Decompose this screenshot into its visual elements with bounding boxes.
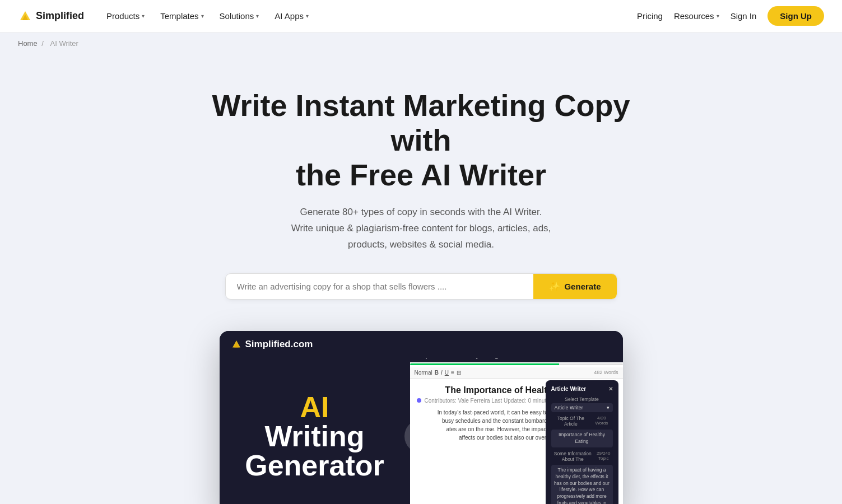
video-left-panel: AI Writing Generator [220,358,410,504]
nav-item-solutions[interactable]: Solutions ▾ [213,8,266,24]
video-content: AI Writing Generator The Importance of H… [220,358,623,504]
hero-title: Write Instant Marketing Copy with the Fr… [203,88,640,192]
logo[interactable]: Simplified [18,9,84,24]
doc-toolbar: The Importance of Healthy Eating 1655 / … [410,358,623,362]
panel-info-value[interactable]: The impact of having a healthy diet, the… [551,465,613,504]
nav-item-templates[interactable]: Templates ▾ [153,8,210,24]
play-icon [416,428,429,444]
video-top-bar: Simplified.com [220,331,623,358]
panel-topic-value[interactable]: Importance of Healthy Eating [551,430,613,447]
breadcrumb-current: AI Writer [50,39,78,48]
chevron-down-icon: ▾ [717,13,719,19]
hero-section: Write Instant Marketing Copy with the Fr… [0,54,842,504]
article-writer-panel: Article Writer ✕ Select Template Article… [546,380,618,504]
video-ai-text: AI [236,393,393,422]
video-generator-text: Generator [236,451,393,480]
generate-button[interactable]: ✨ Generate [533,274,616,299]
video-logo-icon [231,339,242,350]
panel-topic-row: Topic Of The Article 4/20 Words [551,416,613,428]
chevron-down-icon: ▾ [201,13,204,19]
word-count-badge: 482 Words [594,370,618,375]
progress-bar [410,363,623,365]
search-input[interactable] [226,274,534,299]
doc-toolbar-title: The Importance of Healthy Eating [410,358,499,359]
doc-format-bar: Normal B I U ≡ ⊟ 482 Words [410,367,623,379]
nav-item-ai-apps[interactable]: AI Apps ▾ [268,8,315,24]
breadcrumb-home[interactable]: Home [18,39,38,48]
chevron-down-icon: ▾ [607,405,610,410]
video-writing-text: Writing [236,422,393,451]
navbar: Simplified Products ▾ Templates ▾ Soluti… [0,0,842,32]
nav-links: Products ▾ Templates ▾ Solutions ▾ AI Ap… [100,8,637,24]
doc-meta-dot [417,398,421,403]
chevron-down-icon: ▾ [142,13,145,19]
nav-signup-button[interactable]: Sign Up [767,6,824,26]
panel-template-label: Select Template [551,396,613,402]
breadcrumb-separator: / [41,39,44,48]
video-right-panel: The Importance of Healthy Eating 1655 / … [410,358,623,504]
panel-close-icon: ✕ [608,386,613,392]
nav-item-products[interactable]: Products ▾ [100,8,151,24]
breadcrumb: Home / AI Writer [0,32,842,54]
nav-right: Pricing Resources ▾ Sign In Sign Up [637,6,824,26]
video-preview: Simplified.com AI Writing Generator The … [220,331,623,504]
chevron-down-icon: ▾ [306,13,309,19]
nav-signin[interactable]: Sign In [731,11,757,21]
nav-resources[interactable]: Resources ▾ [674,11,719,21]
panel-info-row: Some Information About The 29/240 Topic [551,451,613,463]
panel-template-select[interactable]: Article Writer ▾ [551,403,613,412]
doc-toolbar-actions: 1655 / 250000 words used [566,358,622,358]
panel-title: Article Writer ✕ [551,386,613,392]
nav-pricing[interactable]: Pricing [637,11,663,21]
word-count-display: 1655 / 250000 words used [566,358,622,358]
hero-subtitle: Generate 80+ types of copy in seconds wi… [248,204,595,253]
logo-text: Simplified [36,10,84,22]
chevron-down-icon: ▾ [256,13,259,19]
play-button[interactable] [404,419,438,453]
logo-icon [18,9,32,24]
generate-icon: ✨ [549,281,560,292]
video-logo: Simplified.com [231,339,313,350]
search-bar: ✨ Generate [225,273,617,300]
